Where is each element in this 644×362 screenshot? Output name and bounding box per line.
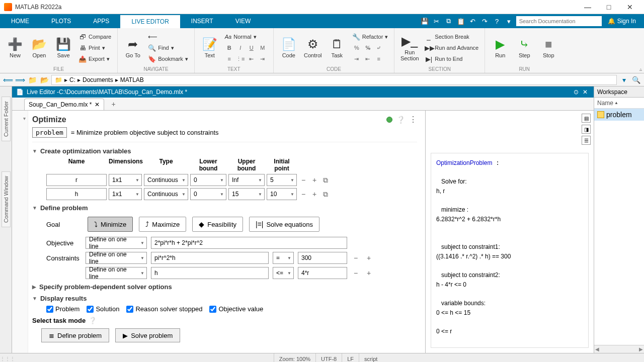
output-right-icon[interactable]: ◨	[582, 125, 591, 134]
add-tab-button[interactable]: +	[107, 98, 119, 110]
underline-button[interactable]: U	[247, 43, 256, 52]
var-ip-input[interactable]: 10	[267, 188, 297, 200]
refactor-button[interactable]: 🔧Refactor ▾	[350, 32, 390, 42]
indent-left-icon[interactable]: ⇤	[247, 54, 256, 63]
goal-solve-eq-button[interactable]: |=|Solve equations	[249, 217, 319, 232]
output-text[interactable]: OptimizationProblem : Solve for: h, r mi…	[431, 153, 589, 348]
constraint-mode-select[interactable]: Define on one line	[86, 267, 147, 279]
var-ub-input[interactable]: 15	[228, 188, 265, 200]
nav-up-icon[interactable]: 📁	[27, 75, 37, 85]
run-section-button[interactable]: ▶⎯Run Section	[398, 30, 421, 65]
list-ol-icon[interactable]: ≡	[225, 54, 234, 63]
path-root[interactable]: C:	[69, 76, 75, 83]
indent-icon[interactable]: ⇥	[352, 54, 361, 63]
maximize-button[interactable]: □	[599, 1, 619, 13]
nav-browse-icon[interactable]: 📂	[39, 75, 49, 85]
format-icon[interactable]: ≡	[374, 54, 383, 63]
status-zoom[interactable]: Zoom: 100%	[274, 353, 315, 362]
indent-right-icon[interactable]: ⇥	[258, 54, 267, 63]
remove-constraint-button[interactable]: −	[351, 268, 360, 278]
chk-solution-box[interactable]	[87, 306, 94, 313]
paste-icon[interactable]: 📋	[456, 16, 466, 26]
redo-icon[interactable]: ↷	[480, 16, 490, 26]
chk-problem-box[interactable]	[46, 306, 53, 313]
nav-back-icon[interactable]: ⟸	[3, 75, 13, 85]
path-dropdown-icon[interactable]: ▾	[619, 75, 629, 85]
add-var-button[interactable]: +	[310, 190, 319, 199]
path-documents[interactable]: Documents	[83, 76, 113, 83]
task-mode-help-icon[interactable]: ❔	[89, 317, 97, 324]
close-button[interactable]: ✕	[620, 1, 640, 13]
undo-icon[interactable]: ↶	[468, 16, 478, 26]
constraint-expr-input[interactable]: pi*r^2*h	[151, 252, 269, 264]
chk-reason-box[interactable]	[126, 306, 133, 313]
var-name-input[interactable]: r	[46, 174, 107, 186]
run-button[interactable]: ▶Run	[489, 30, 511, 65]
new-button[interactable]: ➕New	[4, 30, 26, 65]
remove-var-button[interactable]: −	[299, 175, 308, 185]
copy-var-button[interactable]: ⧉	[321, 190, 330, 199]
close-tab-icon[interactable]: ✕	[95, 101, 100, 108]
task-help-icon[interactable]: ❔	[396, 116, 405, 124]
goto-button[interactable]: ➦Go To	[122, 30, 144, 65]
task-button[interactable]: 🗒Task	[326, 30, 348, 65]
tab-insert[interactable]: INSERT	[180, 14, 224, 28]
status-mode[interactable]: script	[359, 353, 382, 362]
add-var-button[interactable]: +	[310, 175, 319, 185]
workspace-item-problem[interactable]: problem	[594, 109, 644, 121]
current-folder-path[interactable]: 📁 ▸ C: ▸ Documents ▸ MATLAB	[51, 75, 617, 85]
current-folder-tab[interactable]: Current Folder	[2, 97, 11, 141]
run-to-end-button[interactable]: ▶|Run to End	[423, 54, 480, 64]
open-button[interactable]: 📂Open	[28, 30, 50, 65]
goal-maximize-button[interactable]: ⤴Maximize	[139, 217, 186, 232]
italic-button[interactable]: I	[236, 43, 245, 52]
find-button[interactable]: 🔍Find ▾	[146, 43, 190, 53]
problem-variable-name[interactable]: problem	[32, 127, 67, 138]
goal-feasibility-button[interactable]: ◆Feasibility	[192, 217, 243, 232]
add-constraint-button[interactable]: +	[364, 268, 373, 278]
constraint-value-input[interactable]: 300	[298, 252, 347, 264]
editor-restore-icon[interactable]: ⊙	[572, 87, 581, 97]
var-lb-input[interactable]: 0	[190, 174, 226, 186]
constraint-value-input[interactable]: 4*r	[298, 267, 347, 279]
remove-var-button[interactable]: −	[299, 190, 308, 199]
editor-close-icon[interactable]: ✕	[581, 87, 590, 97]
status-eol[interactable]: LF	[342, 353, 359, 362]
tab-view[interactable]: VIEW	[224, 14, 262, 28]
section-define-problem[interactable]: ▼Define problem	[32, 204, 417, 212]
chk-solution[interactable]: Solution	[87, 305, 119, 313]
nav-back-button[interactable]: ⟵	[146, 32, 190, 42]
constraint-op-select[interactable]: =	[273, 252, 294, 264]
section-display-results[interactable]: ▼Display results	[32, 295, 417, 302]
var-dim-select[interactable]: 1x1	[109, 174, 142, 186]
text-button[interactable]: 📝Text	[199, 30, 221, 65]
objective-expr-input[interactable]: 2*pi*r*h + 2*pi*r^2	[151, 237, 347, 249]
remove-constraint-button[interactable]: −	[351, 253, 360, 262]
bold-button[interactable]: B	[225, 43, 234, 52]
text-style-select[interactable]: Aa Normal ▾	[223, 32, 269, 42]
step-button[interactable]: ⤷Step	[513, 30, 535, 65]
tab-live-editor[interactable]: LIVE EDITOR	[120, 14, 180, 28]
workspace-hscroll[interactable]: ◀▶	[594, 345, 644, 353]
var-ub-input[interactable]: Inf	[228, 174, 265, 186]
constraint-op-select[interactable]: <=	[273, 267, 294, 279]
tab-home[interactable]: HOME	[0, 14, 40, 28]
signin-button[interactable]: 🔔 Sign In	[604, 18, 640, 25]
goal-minimize-button[interactable]: ⤵Minimize	[88, 217, 133, 232]
path-matlab[interactable]: MATLAB	[120, 76, 144, 83]
chk-objval[interactable]: Objective value	[209, 305, 263, 313]
define-problem-button[interactable]: ≣Define problem	[41, 328, 109, 342]
print-button[interactable]: 🖶Print ▾	[76, 43, 113, 53]
section-solver-options[interactable]: ▶Specify problem-dependent solver option…	[32, 283, 417, 291]
save-icon[interactable]: 💾	[420, 16, 430, 26]
help-icon[interactable]: ?	[492, 16, 502, 26]
chk-problem[interactable]: Problem	[46, 305, 79, 313]
save-button[interactable]: 💾Save	[52, 30, 74, 65]
copy-var-button[interactable]: ⧉	[321, 175, 330, 185]
nav-fwd-icon[interactable]: ⟹	[15, 75, 25, 85]
run-advance-button[interactable]: ▶▶Run and Advance	[423, 43, 480, 53]
chk-objval-box[interactable]	[209, 306, 216, 313]
objective-mode-select[interactable]: Define on one line	[86, 237, 147, 249]
status-encoding[interactable]: UTF-8	[315, 353, 342, 362]
solve-problem-button[interactable]: ▶Solve problem	[115, 328, 180, 342]
